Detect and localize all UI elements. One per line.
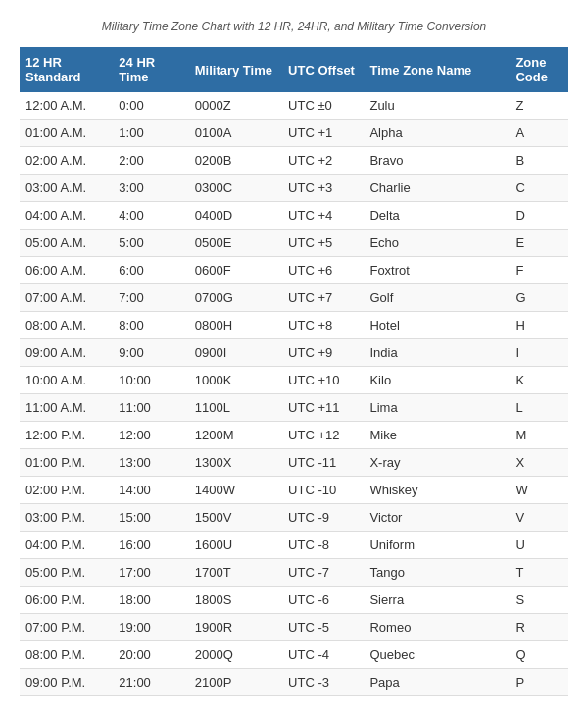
- cell-12hr: 10:00 A.M.: [20, 367, 113, 394]
- cell-utc: UTC +8: [282, 312, 364, 339]
- cell-12hr: 11:00 A.M.: [20, 394, 113, 422]
- table-row: 04:00 P.M.16:001600UUTC -8UniformU: [20, 532, 568, 559]
- cell-military: 0500E: [189, 230, 282, 257]
- cell-24hr: 18:00: [113, 587, 188, 614]
- header-zone-code: Zone Code: [510, 47, 568, 92]
- header-utc: UTC Offset: [282, 47, 364, 92]
- header-12hr: 12 HR Standard: [20, 47, 113, 92]
- cell-utc: UTC -11: [282, 449, 364, 477]
- cell-zone-code: C: [510, 175, 568, 202]
- cell-military: 0700G: [189, 284, 282, 312]
- cell-timezone-name: Lima: [364, 394, 510, 422]
- cell-utc: UTC +10: [282, 367, 364, 394]
- cell-24hr: 20:00: [113, 641, 188, 669]
- table-row: 03:00 P.M.15:001500VUTC -9VictorV: [20, 504, 568, 532]
- cell-24hr: 15:00: [113, 504, 188, 532]
- cell-utc: UTC -4: [282, 641, 364, 669]
- cell-12hr: 01:00 P.M.: [20, 449, 113, 477]
- table-row: 01:00 P.M.13:001300XUTC -11X-rayX: [20, 449, 568, 477]
- cell-military: 0000Z: [189, 92, 282, 120]
- cell-zone-code: A: [510, 120, 568, 147]
- cell-military: 1500V: [189, 504, 282, 532]
- cell-timezone-name: Foxtrot: [364, 257, 510, 284]
- cell-24hr: 0:00: [113, 92, 188, 120]
- cell-utc: UTC +6: [282, 257, 364, 284]
- cell-12hr: 03:00 A.M.: [20, 175, 113, 202]
- table-row: 07:00 A.M.7:000700GUTC +7GolfG: [20, 284, 568, 312]
- cell-12hr: 04:00 P.M.: [20, 532, 113, 559]
- cell-24hr: 11:00: [113, 394, 188, 422]
- cell-zone-code: S: [510, 587, 568, 614]
- cell-12hr: 03:00 P.M.: [20, 504, 113, 532]
- table-row: 09:00 P.M.21:002100PUTC -3PapaP: [20, 669, 568, 696]
- cell-timezone-name: Mike: [364, 422, 510, 449]
- cell-zone-code: M: [510, 422, 568, 449]
- cell-12hr: 09:00 A.M.: [20, 339, 113, 367]
- cell-utc: UTC +5: [282, 230, 364, 257]
- cell-military: 1400W: [189, 477, 282, 504]
- cell-zone-code: Z: [510, 92, 568, 120]
- cell-zone-code: B: [510, 147, 568, 175]
- table-row: 06:00 P.M.18:001800SUTC -6SierraS: [20, 587, 568, 614]
- header-timezone-name: Time Zone Name: [364, 47, 510, 92]
- cell-zone-code: G: [510, 284, 568, 312]
- cell-zone-code: R: [510, 614, 568, 641]
- table-row: 12:00 P.M.12:001200MUTC +12MikeM: [20, 422, 568, 449]
- cell-military: 0400D: [189, 202, 282, 230]
- cell-12hr: 02:00 P.M.: [20, 477, 113, 504]
- table-row: 09:00 A.M.9:000900IUTC +9IndiaI: [20, 339, 568, 367]
- cell-zone-code: Q: [510, 641, 568, 669]
- cell-military: 1300X: [189, 449, 282, 477]
- cell-12hr: 05:00 P.M.: [20, 559, 113, 587]
- cell-timezone-name: Tango: [364, 559, 510, 587]
- cell-24hr: 7:00: [113, 284, 188, 312]
- cell-timezone-name: X-ray: [364, 449, 510, 477]
- cell-24hr: 9:00: [113, 339, 188, 367]
- cell-timezone-name: Papa: [364, 669, 510, 696]
- table-row: 12:00 A.M.0:000000ZUTC ±0ZuluZ: [20, 92, 568, 120]
- cell-24hr: 1:00: [113, 120, 188, 147]
- cell-12hr: 09:00 P.M.: [20, 669, 113, 696]
- cell-zone-code: H: [510, 312, 568, 339]
- cell-24hr: 17:00: [113, 559, 188, 587]
- cell-military: 1100L: [189, 394, 282, 422]
- cell-24hr: 2:00: [113, 147, 188, 175]
- cell-12hr: 06:00 A.M.: [20, 257, 113, 284]
- cell-utc: UTC -8: [282, 532, 364, 559]
- cell-utc: UTC +7: [282, 284, 364, 312]
- cell-zone-code: I: [510, 339, 568, 367]
- cell-timezone-name: Uniform: [364, 532, 510, 559]
- cell-24hr: 14:00: [113, 477, 188, 504]
- cell-timezone-name: India: [364, 339, 510, 367]
- cell-utc: UTC ±0: [282, 92, 364, 120]
- cell-zone-code: L: [510, 394, 568, 422]
- table-row: 02:00 P.M.14:001400WUTC -10WhiskeyW: [20, 477, 568, 504]
- cell-timezone-name: Whiskey: [364, 477, 510, 504]
- cell-12hr: 08:00 P.M.: [20, 641, 113, 669]
- cell-12hr: 07:00 A.M.: [20, 284, 113, 312]
- table-row: 04:00 A.M.4:000400DUTC +4DeltaD: [20, 202, 568, 230]
- cell-military: 0600F: [189, 257, 282, 284]
- cell-12hr: 01:00 A.M.: [20, 120, 113, 147]
- cell-12hr: 07:00 P.M.: [20, 614, 113, 641]
- cell-zone-code: E: [510, 230, 568, 257]
- cell-12hr: 05:00 A.M.: [20, 230, 113, 257]
- cell-utc: UTC -9: [282, 504, 364, 532]
- table-row: 11:00 A.M.11:001100LUTC +11LimaL: [20, 394, 568, 422]
- cell-utc: UTC +11: [282, 394, 364, 422]
- cell-military: 1000K: [189, 367, 282, 394]
- cell-zone-code: D: [510, 202, 568, 230]
- table-row: 02:00 A.M.2:000200BUTC +2BravoB: [20, 147, 568, 175]
- cell-timezone-name: Alpha: [364, 120, 510, 147]
- cell-timezone-name: Golf: [364, 284, 510, 312]
- cell-timezone-name: Kilo: [364, 367, 510, 394]
- cell-zone-code: T: [510, 559, 568, 587]
- cell-utc: UTC -6: [282, 587, 364, 614]
- cell-timezone-name: Echo: [364, 230, 510, 257]
- cell-military: 0900I: [189, 339, 282, 367]
- cell-utc: UTC +3: [282, 175, 364, 202]
- table-header-row: 12 HR Standard 24 HR Time Military Time …: [20, 47, 568, 92]
- cell-utc: UTC +2: [282, 147, 364, 175]
- cell-utc: UTC +4: [282, 202, 364, 230]
- table-row: 07:00 P.M.19:001900RUTC -5RomeoR: [20, 614, 568, 641]
